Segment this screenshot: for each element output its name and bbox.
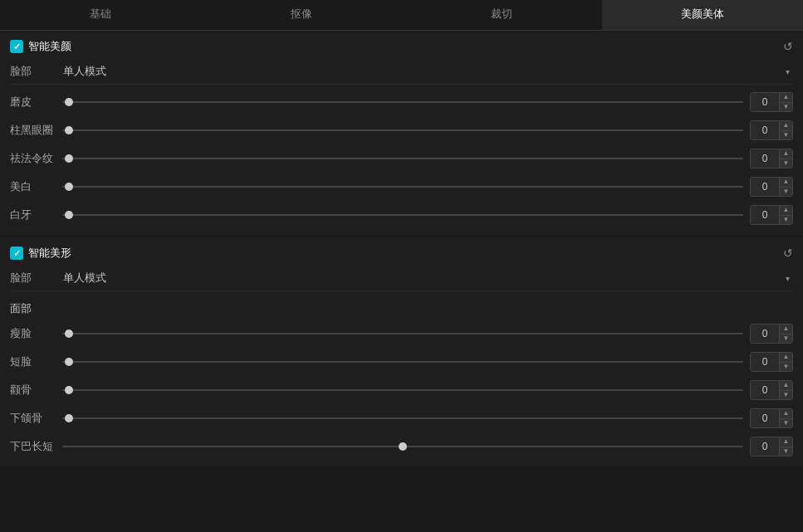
slider-row-faling: 祛法令纹 0 ▲ ▼: [10, 144, 793, 173]
spinner-up-duanlian[interactable]: ▲: [780, 352, 792, 363]
slider-label-mopi: 磨皮: [10, 95, 56, 110]
slider-track-meibai[interactable]: [62, 185, 743, 188]
slider-track-mopi[interactable]: [62, 100, 743, 104]
beauty-face-mode-label: 脸部: [10, 64, 60, 79]
slider-thumb-xiagu[interactable]: [65, 414, 73, 422]
spinner-mopi: ▲ ▼: [779, 92, 792, 112]
slider-value-zhuheiyan[interactable]: 0: [751, 121, 779, 139]
spinner-duanlian: ▲ ▼: [779, 352, 792, 372]
spinner-shoulian: ▲ ▼: [779, 324, 792, 344]
spinner-down-xiabachangduan[interactable]: ▼: [780, 447, 792, 457]
spinner-up-faling[interactable]: ▲: [780, 149, 792, 159]
slider-thumb-baiya[interactable]: [65, 211, 73, 219]
spinner-quangu: ▲ ▼: [779, 380, 792, 400]
slider-track-quangu[interactable]: [62, 388, 743, 392]
spinner-down-zhuheiyan[interactable]: ▼: [780, 131, 792, 141]
slider-thumb-xiabachangduan[interactable]: [399, 442, 407, 451]
slider-track-faling[interactable]: [62, 157, 743, 160]
spinner-faling: ▲ ▼: [779, 149, 792, 168]
slider-label-quangu: 颧骨: [10, 383, 56, 398]
spinner-down-duanlian[interactable]: ▼: [780, 363, 792, 373]
spinner-down-xiagu[interactable]: ▼: [780, 419, 792, 429]
slider-value-meibai[interactable]: 0: [751, 178, 779, 196]
slider-track-xiagu[interactable]: [62, 417, 743, 420]
slider-value-box-faling: 0 ▲ ▼: [750, 149, 793, 168]
spinner-down-meibai[interactable]: ▼: [780, 188, 792, 198]
tab-bar: 基础 抠像 裁切 美颜美体: [0, 0, 803, 31]
slider-value-mopi[interactable]: 0: [751, 93, 779, 111]
slider-value-box-xiagu: 0 ▲ ▼: [750, 408, 793, 428]
slider-row-mopi: 磨皮 0 ▲ ▼: [10, 88, 793, 116]
beauty-body-checkbox[interactable]: [10, 246, 23, 260]
spinner-down-mopi[interactable]: ▼: [780, 103, 792, 113]
slider-value-xiabachangduan[interactable]: 0: [751, 437, 779, 456]
slider-label-zhuheiyan: 柱黑眼圈: [10, 123, 56, 138]
slider-thumb-zhuheiyan[interactable]: [65, 126, 73, 134]
beauty-body-mode-label: 脸部: [10, 271, 60, 286]
spinner-up-zhuheiyan[interactable]: ▲: [780, 120, 792, 131]
beauty-body-reset-icon[interactable]: ↺: [783, 246, 793, 260]
spinner-down-faling[interactable]: ▼: [780, 159, 792, 169]
slider-row-quangu: 颧骨 0 ▲ ▼: [10, 376, 793, 404]
slider-row-baiya: 白牙 0 ▲ ▼: [10, 201, 793, 229]
beauty-face-mode-row: 脸部 单人模式 ▾: [10, 59, 793, 85]
beauty-face-reset-icon[interactable]: ↺: [783, 40, 793, 53]
spinner-down-shoulian[interactable]: ▼: [780, 334, 792, 344]
beauty-body-section: 智能美形 ↺ 脸部 单人模式 ▾ 面部 瘦脸 0 ▲ ▼ 短脸: [0, 237, 803, 467]
slider-label-duanlian: 短脸: [10, 354, 56, 369]
tab-beauty[interactable]: 美颜美体: [602, 0, 803, 30]
slider-track-xiabachangduan[interactable]: [62, 445, 743, 448]
slider-value-box-mopi: 0 ▲ ▼: [750, 92, 793, 112]
spinner-xiabachangduan: ▲ ▼: [779, 437, 792, 456]
slider-thumb-faling[interactable]: [65, 154, 73, 163]
slider-track-duanlian[interactable]: [62, 360, 743, 364]
spinner-down-baiya[interactable]: ▼: [780, 216, 792, 226]
spinner-up-baiya[interactable]: ▲: [780, 205, 792, 216]
slider-label-xiagu: 下颌骨: [10, 411, 56, 426]
spinner-zhuheiyan: ▲ ▼: [779, 120, 792, 140]
spinner-up-quangu[interactable]: ▲: [780, 380, 792, 391]
beauty-body-title-text: 智能美形: [28, 246, 71, 261]
beauty-body-mode-row: 脸部 单人模式 ▾: [10, 266, 793, 291]
slider-label-shoulian: 瘦脸: [10, 326, 56, 341]
slider-row-shoulian: 瘦脸 0 ▲ ▼: [10, 320, 793, 348]
beauty-body-title: 智能美形: [10, 246, 71, 261]
slider-value-box-meibai: 0 ▲ ▼: [750, 177, 793, 197]
beauty-face-title: 智能美颜: [10, 39, 71, 54]
slider-thumb-quangu[interactable]: [65, 386, 73, 394]
spinner-up-xiagu[interactable]: ▲: [780, 408, 792, 419]
tab-portrait[interactable]: 抠像: [201, 0, 402, 30]
slider-thumb-meibai[interactable]: [65, 183, 73, 191]
slider-track-baiya[interactable]: [62, 213, 743, 217]
beauty-face-title-text: 智能美颜: [28, 39, 71, 54]
slider-thumb-duanlian[interactable]: [65, 358, 73, 366]
beauty-body-header: 智能美形 ↺: [10, 237, 793, 266]
spinner-down-quangu[interactable]: ▼: [780, 391, 792, 401]
slider-label-baiya: 白牙: [10, 207, 56, 222]
slider-thumb-shoulian[interactable]: [65, 329, 73, 338]
spinner-baiya: ▲ ▼: [779, 205, 792, 225]
spinner-up-xiabachangduan[interactable]: ▲: [780, 437, 792, 447]
slider-thumb-mopi[interactable]: [65, 98, 73, 106]
slider-track-zhuheiyan[interactable]: [62, 129, 743, 132]
slider-row-xiabachangduan: 下巴长短 0 ▲ ▼: [10, 432, 793, 461]
tab-crop[interactable]: 裁切: [402, 0, 603, 30]
chevron-down-icon: ▾: [786, 67, 790, 76]
slider-value-baiya[interactable]: 0: [751, 206, 779, 224]
beauty-face-mode-value: 单人模式: [63, 64, 106, 79]
beauty-body-mode-select[interactable]: 单人模式 ▾: [60, 271, 793, 286]
slider-value-shoulian[interactable]: 0: [751, 325, 779, 343]
spinner-up-mopi[interactable]: ▲: [780, 92, 792, 103]
spinner-up-shoulian[interactable]: ▲: [780, 324, 792, 334]
slider-value-quangu[interactable]: 0: [751, 381, 779, 399]
slider-row-meibai: 美白 0 ▲ ▼: [10, 173, 793, 201]
slider-value-box-xiabachangduan: 0 ▲ ▼: [750, 437, 793, 456]
spinner-up-meibai[interactable]: ▲: [780, 177, 792, 188]
tab-basic[interactable]: 基础: [0, 0, 201, 30]
slider-track-shoulian[interactable]: [62, 332, 743, 335]
slider-value-xiagu[interactable]: 0: [751, 409, 779, 427]
slider-value-faling[interactable]: 0: [751, 149, 779, 168]
beauty-face-checkbox[interactable]: [10, 40, 23, 53]
slider-value-duanlian[interactable]: 0: [751, 353, 779, 371]
beauty-face-mode-select[interactable]: 单人模式 ▾: [60, 64, 793, 79]
